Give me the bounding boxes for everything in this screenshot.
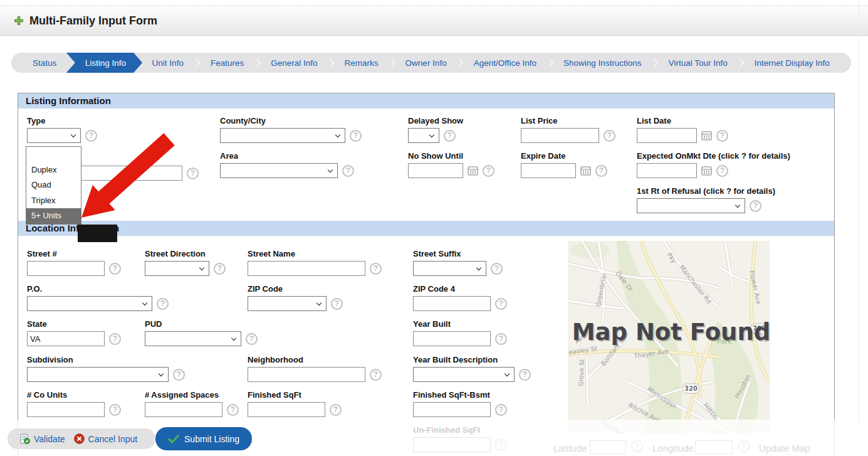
help-icon[interactable] [750, 200, 761, 212]
footer-action-bar: Validate Cancel Input [8, 428, 155, 449]
zip-code-select[interactable] [248, 296, 327, 311]
help-icon[interactable] [109, 263, 121, 275]
help-icon[interactable] [495, 404, 507, 416]
finished-sqft-bsmt-input[interactable] [413, 402, 491, 417]
submit-listing-button[interactable]: Submit Listing [155, 427, 252, 450]
help-icon[interactable] [444, 130, 456, 142]
list-date-input[interactable] [637, 128, 697, 143]
help-icon[interactable] [604, 130, 615, 142]
tab-status[interactable]: Status [28, 53, 61, 73]
page-title: Multi-Family Input Form [29, 14, 157, 28]
help-icon[interactable] [491, 263, 503, 275]
tab-remarks[interactable]: Remarks [340, 53, 384, 73]
cancel-input-button[interactable]: Cancel Input [88, 434, 138, 444]
field-label: Type [27, 116, 97, 125]
chevron-down-icon [335, 132, 340, 137]
assigned-spaces-input[interactable] [145, 402, 222, 417]
help-icon[interactable] [109, 333, 121, 345]
help-icon[interactable] [495, 333, 507, 345]
field-label: # Co Units [27, 390, 121, 400]
help-icon[interactable] [214, 263, 226, 275]
tab-agent-office-info[interactable]: Agent/Office Info [469, 53, 541, 73]
help-icon[interactable] [227, 404, 239, 416]
map-image: Greenbriar Dale Dr Pky Manchester Rd Flo… [568, 241, 770, 433]
no-show-until-input[interactable] [408, 163, 463, 178]
tab-showing-instructions[interactable]: Showing Instructions [558, 53, 647, 73]
field-label: ZIP Code 4 [413, 284, 507, 294]
field-label: PUD [145, 319, 258, 329]
state-input[interactable] [27, 331, 105, 346]
county-city-select[interactable] [220, 128, 345, 143]
street-direction-select[interactable] [145, 261, 209, 276]
field-label: List Date [637, 116, 728, 125]
help-icon[interactable] [157, 298, 169, 310]
help-icon[interactable] [495, 298, 507, 310]
tab-general-info[interactable]: General Info [266, 53, 322, 73]
field-zip-code-4: ZIP Code 4 [413, 284, 507, 311]
field-street-name: Street Name [248, 249, 382, 276]
field-county-city: County/City [220, 116, 362, 143]
field-expire-date: Expire Date [521, 151, 607, 178]
expected-onmkt-input[interactable] [637, 163, 697, 178]
finished-sqft-input[interactable] [248, 402, 325, 417]
tab-unit-info[interactable]: Unit Info [147, 53, 189, 73]
help-icon[interactable] [331, 298, 343, 310]
chevron-down-icon [159, 371, 164, 376]
chevron-down-icon [142, 300, 147, 305]
help-icon[interactable] [519, 369, 531, 381]
validate-button[interactable]: Validate [34, 434, 65, 444]
tab-virtual-tour-info[interactable]: Virtual Tour Info [664, 53, 733, 73]
first-rt-refusal-select[interactable] [637, 198, 745, 213]
pud-select[interactable] [145, 331, 241, 346]
dropdown-option-blank[interactable] [26, 147, 81, 162]
help-icon[interactable] [173, 369, 185, 381]
help-icon[interactable] [716, 165, 728, 177]
help-icon[interactable] [246, 333, 258, 345]
zip-code-4-input[interactable] [413, 296, 491, 311]
field-list-date: List Date [637, 116, 728, 143]
year-built-description-select[interactable] [413, 367, 515, 382]
calendar-icon[interactable] [701, 130, 712, 141]
neighborhood-input[interactable] [248, 367, 365, 382]
list-price-input[interactable] [521, 128, 599, 143]
delayed-show-select[interactable] [408, 128, 439, 143]
svg-text:320: 320 [684, 385, 698, 392]
tab-owner-info[interactable]: Owner Info [400, 53, 452, 73]
help-icon[interactable] [109, 404, 121, 416]
app-header: Multi-Family Input Form [0, 6, 868, 36]
type-dropdown-list: Duplex Quad Triplex 5+ Units [26, 146, 81, 225]
help-icon[interactable] [370, 263, 382, 275]
area-select[interactable] [220, 163, 338, 178]
co-units-input[interactable] [27, 402, 105, 417]
chevron-separator-icon [546, 59, 553, 66]
chevron-separator-icon [456, 59, 463, 66]
dropdown-option-quad[interactable]: Quad [26, 178, 81, 193]
help-icon[interactable] [595, 165, 607, 177]
chevron-down-icon [328, 167, 333, 172]
year-built-input[interactable] [413, 331, 491, 346]
help-icon[interactable] [483, 165, 494, 177]
help-icon[interactable] [370, 369, 382, 381]
tab-features[interactable]: Features [206, 53, 249, 73]
po-select[interactable] [27, 296, 152, 311]
street-name-input[interactable] [248, 261, 365, 276]
help-icon[interactable] [342, 165, 354, 177]
type-select[interactable] [27, 128, 81, 143]
expire-date-input[interactable] [521, 163, 576, 178]
help-icon[interactable] [716, 130, 728, 142]
dropdown-option-duplex[interactable]: Duplex [26, 162, 81, 178]
calendar-icon[interactable] [468, 166, 478, 176]
tab-listing-info[interactable]: Listing Info [66, 53, 142, 73]
street-number-input[interactable] [27, 261, 105, 276]
dropdown-option-5plus-units[interactable]: 5+ Units [26, 208, 81, 224]
tab-internet-display-info[interactable]: Internet Display Info [750, 53, 835, 73]
help-icon[interactable] [330, 404, 342, 416]
calendar-icon[interactable] [701, 166, 712, 176]
field-zip-code: ZIP Code [248, 284, 343, 311]
help-icon[interactable] [187, 167, 199, 179]
dropdown-option-triplex[interactable]: Triplex [26, 193, 81, 209]
calendar-icon[interactable] [580, 166, 591, 176]
subdivision-select[interactable] [27, 367, 169, 382]
help-icon[interactable] [350, 130, 362, 142]
street-suffix-select[interactable] [413, 261, 486, 276]
